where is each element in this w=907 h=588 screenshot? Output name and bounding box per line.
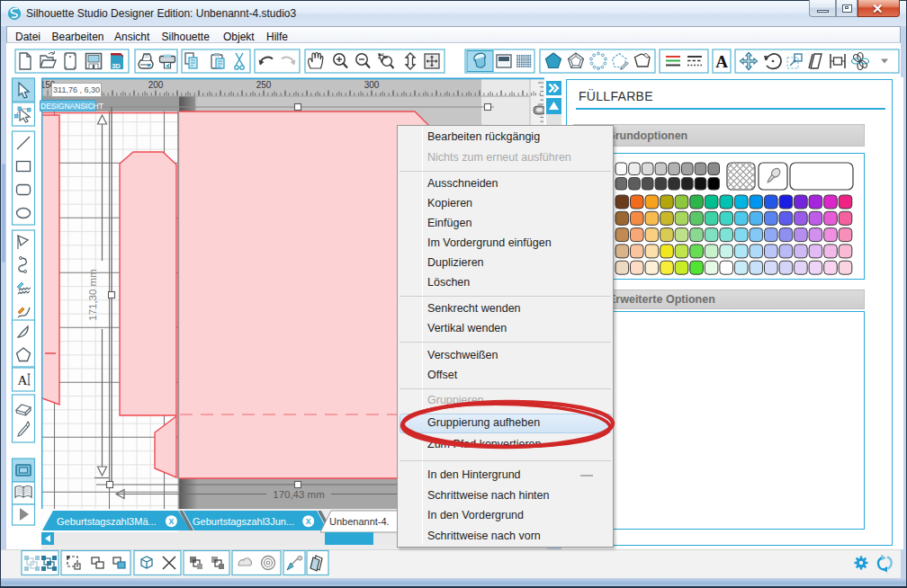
svg-text:Geburtstagszahl3Mä...: Geburtstagszahl3Mä...	[57, 516, 157, 527]
svg-text:250: 250	[256, 80, 272, 90]
svg-text:X: X	[169, 517, 175, 526]
svg-text:171,30 mm: 171,30 mm	[87, 269, 98, 321]
svg-text:300: 300	[364, 80, 380, 90]
svg-text:3D: 3D	[112, 62, 121, 70]
svg-text:200: 200	[148, 80, 164, 90]
svg-text:X: X	[306, 517, 311, 526]
svg-text:A: A	[715, 52, 728, 71]
svg-text:Unbenannt-4.: Unbenannt-4.	[329, 516, 390, 527]
svg-text:A: A	[18, 373, 28, 388]
svg-text:170,43 mm: 170,43 mm	[273, 489, 325, 500]
svg-text:Geburtstagszahl3Jun...: Geburtstagszahl3Jun...	[193, 516, 294, 527]
